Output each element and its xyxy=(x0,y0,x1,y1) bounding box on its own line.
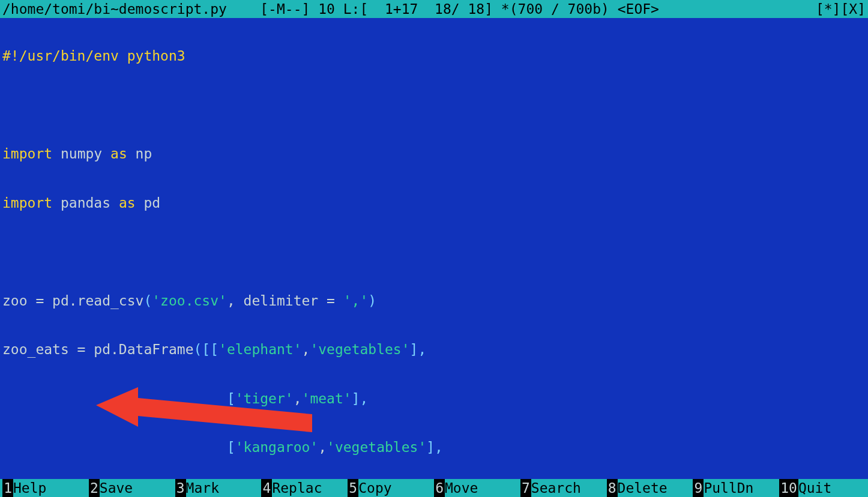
title-bar-right[interactable]: [*][X] xyxy=(816,0,866,18)
fnkey-delete[interactable]: 8Delete xyxy=(607,479,693,497)
editor-body[interactable]: #!/usr/bin/env python3 import numpy as n… xyxy=(2,18,866,479)
code-line: import numpy as np xyxy=(2,143,866,165)
fnkey-mark[interactable]: 3Mark xyxy=(175,479,262,497)
code-line xyxy=(2,241,866,263)
code-line: ['kangaroo','vegetables'], xyxy=(2,437,866,459)
fnkey-move[interactable]: 6Move xyxy=(434,479,520,497)
code-line: zoo_eats = pd.DataFrame([['elephant','ve… xyxy=(2,339,866,361)
file-path: /home/tomi/bi~demoscript.py xyxy=(2,1,227,17)
code-line: zoo = pd.read_csv('zoo.csv', delimiter =… xyxy=(2,291,866,312)
title-bar: /home/tomi/bi~demoscript.py [-M--] 10 L:… xyxy=(0,0,868,18)
fnkey-replace[interactable]: 4Replac xyxy=(261,479,348,497)
fnkey-pulldn[interactable]: 9PullDn xyxy=(693,479,779,497)
fnkey-save[interactable]: 2Save xyxy=(89,479,175,497)
function-key-bar: 1Help 2Save 3Mark 4Replac 5Copy 6Move 7S… xyxy=(0,479,868,497)
fnkey-search[interactable]: 7Search xyxy=(520,479,607,497)
title-bar-left: /home/tomi/bi~demoscript.py [-M--] 10 L:… xyxy=(2,0,659,18)
fnkey-copy[interactable]: 5Copy xyxy=(348,479,434,497)
editor-status: [-M--] 10 L:[ 1+17 18/ 18] *(700 / 700b)… xyxy=(260,1,659,17)
code-line: import pandas as pd xyxy=(2,193,866,214)
code-line: ['tiger','meat'], xyxy=(2,388,866,410)
editor-screen: /home/tomi/bi~demoscript.py [-M--] 10 L:… xyxy=(0,0,868,497)
code-line xyxy=(2,95,866,116)
fnkey-quit[interactable]: 10Quit xyxy=(779,479,866,497)
fnkey-help[interactable]: 1Help xyxy=(2,479,89,497)
code-line: #!/usr/bin/env python3 xyxy=(2,46,866,67)
